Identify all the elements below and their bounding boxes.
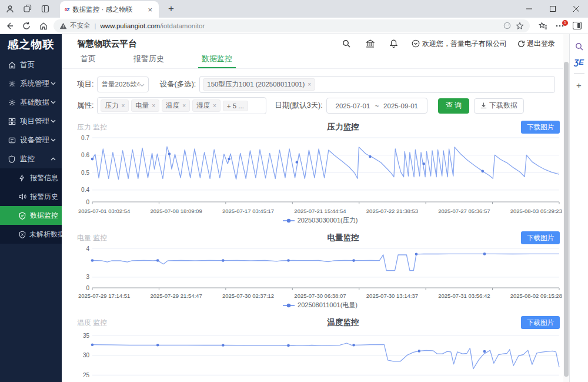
- bell-icon[interactable]: [390, 39, 397, 48]
- url-bar[interactable]: 不安全 | www.puliangiot.com/iotdatamonitor: [54, 19, 530, 32]
- sidebar-add-icon[interactable]: +: [576, 77, 582, 92]
- security-label[interactable]: 不安全: [70, 21, 91, 30]
- data-point[interactable]: [482, 170, 485, 173]
- chart-plot[interactable]: 430: [77, 246, 560, 292]
- download-image-button[interactable]: 下载图片: [521, 316, 560, 329]
- close-button[interactable]: [564, 0, 588, 18]
- data-point[interactable]: [91, 158, 94, 161]
- tag-remove-icon[interactable]: ×: [121, 102, 125, 109]
- feedback-icon[interactable]: [503, 22, 511, 29]
- search-icon[interactable]: [342, 39, 350, 48]
- download-image-button[interactable]: 下载图片: [521, 231, 560, 244]
- sidebar-app-icon[interactable]: ƷE: [574, 54, 584, 69]
- query-button[interactable]: 查 询: [438, 98, 469, 114]
- sidebar-item-5[interactable]: 监控: [0, 150, 62, 168]
- data-point[interactable]: [91, 259, 94, 262]
- tab-1[interactable]: 报警历史: [130, 54, 168, 68]
- maximize-button[interactable]: [541, 0, 564, 18]
- data-point[interactable]: [296, 161, 299, 164]
- gear-icon: [8, 99, 16, 107]
- data-point[interactable]: [222, 344, 225, 347]
- favorites-icon[interactable]: [535, 19, 550, 32]
- toolbar-right: 1: [533, 19, 584, 32]
- sidebar-item-4[interactable]: 设备管理: [0, 131, 62, 150]
- tag-remove-icon[interactable]: ×: [213, 102, 216, 109]
- sidebar-subitem-2[interactable]: 数据监控: [0, 206, 62, 225]
- data-point[interactable]: [369, 155, 372, 158]
- data-point[interactable]: [287, 259, 290, 262]
- chart-legend[interactable]: 202508011001(电量): [77, 301, 563, 310]
- date-range-input[interactable]: 2025-07-01 ~ 2025-09-01: [326, 98, 427, 114]
- data-point[interactable]: [156, 259, 159, 262]
- project-select[interactable]: 普量2025款4...: [97, 77, 149, 92]
- device-multiselect[interactable]: 150型压力1001 (202508011001)×: [199, 76, 555, 93]
- data-point[interactable]: [156, 344, 159, 347]
- back-icon[interactable]: [2, 19, 17, 32]
- sidebar-subitem-1[interactable]: 报警历史: [0, 187, 62, 206]
- tag-label: + 5 ...: [227, 102, 244, 109]
- selected-tag[interactable]: + 5 ...: [223, 101, 248, 111]
- selected-tag[interactable]: 电量×: [131, 99, 159, 112]
- browser-tab[interactable]: 0Z 数据监控 · 感之物联 ×: [60, 1, 159, 18]
- data-point[interactable]: [287, 344, 290, 347]
- tag-label: 压力: [105, 101, 118, 110]
- download-image-button[interactable]: 下载图片: [521, 121, 560, 134]
- data-point[interactable]: [483, 253, 486, 255]
- tab-2[interactable]: 数据监控: [198, 54, 236, 68]
- chart-plot[interactable]: 0.70.60.50.40: [77, 135, 560, 207]
- sidebar-item-label: 基础数据: [20, 98, 51, 108]
- sidebar-item-0[interactable]: 首页: [0, 55, 62, 74]
- tab-0[interactable]: 首页: [77, 54, 99, 68]
- data-point[interactable]: [222, 259, 225, 262]
- sidebar-item-1[interactable]: 系统管理: [0, 74, 62, 93]
- tag-remove-icon[interactable]: ×: [182, 102, 186, 109]
- welcome-menu[interactable]: 欢迎您，普量电子有限公司: [412, 39, 507, 49]
- organization-icon[interactable]: [366, 39, 375, 48]
- sidebar-search-icon[interactable]: [575, 39, 583, 54]
- home-icon[interactable]: [36, 19, 51, 32]
- selected-tag[interactable]: 压力×: [101, 99, 129, 112]
- data-point[interactable]: [352, 259, 355, 262]
- selected-tag[interactable]: 温度×: [162, 99, 190, 112]
- header-actions: 欢迎您，普量电子有限公司 退出登录: [327, 39, 555, 49]
- data-point[interactable]: [483, 350, 486, 353]
- profile-icon[interactable]: [2, 2, 18, 16]
- more-menu-icon[interactable]: 1: [552, 19, 567, 32]
- attribute-multiselect[interactable]: 压力×电量×温度×湿度×+ 5 ...: [97, 97, 266, 114]
- tab-actions-icon[interactable]: [38, 2, 53, 16]
- x-axis-tick-label: 2025-07-08 18:09:09: [150, 208, 202, 214]
- tab-close-icon[interactable]: ×: [146, 5, 154, 14]
- tag-remove-icon[interactable]: ×: [152, 102, 155, 109]
- data-point[interactable]: [418, 350, 421, 353]
- x-axis-tick-label: 2025-07-30 02:37:12: [222, 293, 274, 299]
- tag-remove-icon[interactable]: ×: [308, 81, 311, 88]
- bookmark-star-icon[interactable]: [516, 22, 524, 30]
- scrollbar-thumb[interactable]: [564, 62, 569, 377]
- data-point[interactable]: [91, 343, 94, 346]
- minimize-button[interactable]: [517, 0, 541, 18]
- sidebar-item-2[interactable]: 基础数据: [0, 93, 62, 112]
- svg-text:0: 0: [86, 199, 89, 205]
- logout-button[interactable]: 退出登录: [517, 39, 555, 49]
- legend-label: 202503030001(压力): [298, 216, 358, 225]
- url-domain: www.puliangiot.com: [101, 22, 161, 29]
- data-point[interactable]: [168, 152, 171, 155]
- data-point[interactable]: [228, 158, 230, 161]
- split-screen-icon[interactable]: [569, 19, 584, 32]
- download-data-button[interactable]: 下载数据: [474, 98, 524, 114]
- data-point[interactable]: [422, 162, 425, 165]
- chart-legend[interactable]: 202503030001(压力): [77, 216, 563, 225]
- data-point[interactable]: [352, 344, 355, 347]
- sidebar-item-3[interactable]: 项目管理: [0, 112, 62, 131]
- selected-tag[interactable]: 湿度×: [192, 99, 220, 112]
- new-tab-button[interactable]: +: [165, 3, 178, 15]
- workspaces-icon[interactable]: [20, 2, 35, 16]
- refresh-icon[interactable]: [19, 19, 34, 32]
- sidebar-subitem-0[interactable]: 报警信息: [0, 168, 62, 187]
- chart-plot[interactable]: 353025: [77, 331, 560, 377]
- selected-tag[interactable]: 150型压力1001 (202508011001)×: [203, 78, 315, 91]
- sidebar-subitem-3[interactable]: 未解析数据: [0, 225, 62, 244]
- sidebar-subnav: 报警信息报警历史数据监控未解析数据: [0, 168, 62, 244]
- chart-title: 温度监控: [165, 317, 521, 328]
- data-point[interactable]: [415, 253, 418, 256]
